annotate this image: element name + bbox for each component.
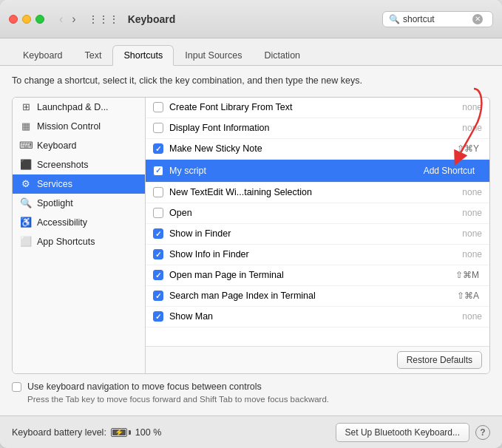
maximize-button[interactable] xyxy=(35,15,44,24)
nav-checkbox-row: Use keyboard navigation to move focus be… xyxy=(12,381,490,392)
shortcut-row-show-finder[interactable]: Show in Finder none xyxy=(146,224,489,245)
add-shortcut-button[interactable]: Add Shortcut xyxy=(416,163,482,178)
tabs-container: Keyboard Text Shortcuts Input Sources Di… xyxy=(0,38,502,66)
right-panel: Create Font Library From Text none Displ… xyxy=(146,98,489,374)
shortcut-row-my-script[interactable]: My script Add Shortcut xyxy=(146,160,489,183)
shortcut-row-textedit[interactable]: New TextEdit Wi...taining Selection none xyxy=(146,183,489,203)
grid-button[interactable]: ⋮⋮⋮ xyxy=(85,10,122,28)
shortcut-key-sticky-note: ⇧⌘Y xyxy=(457,143,479,154)
sidebar-label-launchpad: Launchpad & D... xyxy=(37,102,109,112)
sidebar-item-accessibility[interactable]: ♿ Accessibility xyxy=(13,213,145,232)
tab-shortcuts[interactable]: Shortcuts xyxy=(112,45,174,66)
restore-defaults-row: Restore Defaults xyxy=(146,346,489,373)
sidebar-item-mission[interactable]: ▦ Mission Control xyxy=(13,117,145,136)
nav-buttons: ‹ › xyxy=(56,11,79,27)
sidebar-label-app-shortcuts: App Shortcuts xyxy=(37,237,95,247)
sidebar-label-accessibility: Accessibility xyxy=(37,217,87,228)
shortcut-key-show-info: none xyxy=(462,249,482,259)
shortcut-row-create-font[interactable]: Create Font Library From Text none xyxy=(146,98,489,118)
shortcut-key-search-man: ⇧⌘A xyxy=(457,291,479,301)
tab-text[interactable]: Text xyxy=(74,45,113,66)
checkbox-my-script[interactable] xyxy=(153,166,163,176)
shortcuts-pane: ⊞ Launchpad & D... ▦ Mission Control ⌨ K… xyxy=(12,97,490,375)
sidebar-item-launchpad[interactable]: ⊞ Launchpad & D... xyxy=(13,98,145,117)
checkbox-search-man[interactable] xyxy=(153,291,163,301)
checkbox-display-font[interactable] xyxy=(153,123,163,133)
back-button[interactable]: ‹ xyxy=(56,11,66,27)
mission-icon: ▦ xyxy=(20,121,32,132)
main-content: To change a shortcut, select it, click t… xyxy=(0,66,502,415)
shortcut-name-display-font: Display Font Information xyxy=(169,123,456,133)
checkbox-sticky-note[interactable] xyxy=(153,143,163,154)
nav-checkbox-label: Use keyboard navigation to move focus be… xyxy=(27,381,262,392)
restore-defaults-button[interactable]: Restore Defaults xyxy=(397,351,482,369)
shortcut-row-display-font[interactable]: Display Font Information none xyxy=(146,118,489,139)
search-bar: 🔍 ✕ xyxy=(382,11,493,27)
sidebar-label-spotlight: Spotlight xyxy=(37,198,73,208)
keyboard-icon: ⌨ xyxy=(20,140,32,152)
shortcut-row-sticky-note[interactable]: Make New Sticky Note ⇧⌘Y xyxy=(146,139,489,160)
shortcut-key-create-font: none xyxy=(462,102,482,112)
battery-label: Keyboard battery level: xyxy=(12,427,106,438)
shortcut-row-open[interactable]: Open none xyxy=(146,203,489,224)
shortcut-name-create-font: Create Font Library From Text xyxy=(169,102,456,112)
search-input[interactable] xyxy=(403,14,469,24)
tab-keyboard[interactable]: Keyboard xyxy=(12,45,74,66)
tab-dictation[interactable]: Dictation xyxy=(253,45,311,66)
instruction-text: To change a shortcut, select it, click t… xyxy=(12,75,490,88)
sidebar-label-screenshots: Screenshots xyxy=(37,160,88,170)
app-shortcuts-icon: ⬜ xyxy=(20,236,32,248)
shortcut-row-show-man[interactable]: Show Man none xyxy=(146,307,489,327)
footer: Keyboard battery level: ⚡ 100 % Set Up B… xyxy=(0,415,502,448)
sidebar-item-app-shortcuts[interactable]: ⬜ App Shortcuts xyxy=(13,232,145,251)
shortcut-key-open-man: ⇧⌘M xyxy=(455,270,479,280)
shortcut-name-show-finder: Show in Finder xyxy=(169,228,456,239)
minimize-button[interactable] xyxy=(22,15,31,24)
shortcut-key-open: none xyxy=(462,208,482,218)
sidebar-label-keyboard: Keyboard xyxy=(37,140,77,151)
checkbox-textedit[interactable] xyxy=(153,187,163,197)
sidebar-item-services[interactable]: ⚙ Services xyxy=(13,174,145,194)
checkbox-open[interactable] xyxy=(153,208,163,218)
spotlight-icon: 🔍 xyxy=(20,197,32,209)
shortcut-key-display-font: none xyxy=(462,123,482,133)
checkbox-create-font[interactable] xyxy=(153,102,163,112)
search-clear-button[interactable]: ✕ xyxy=(472,14,483,24)
shortcut-name-open-man: Open man Page in Terminal xyxy=(169,270,450,280)
tab-input-sources[interactable]: Input Sources xyxy=(174,45,253,66)
bluetooth-keyboard-button[interactable]: Set Up Bluetooth Keyboard... xyxy=(336,423,469,442)
shortcut-name-textedit: New TextEdit Wi...taining Selection xyxy=(169,187,456,197)
window-title: Keyboard xyxy=(128,13,176,25)
shortcut-name-open: Open xyxy=(169,208,456,218)
close-button[interactable] xyxy=(9,15,18,24)
screenshots-icon: ⬛ xyxy=(20,159,32,171)
shortcut-key-textedit: none xyxy=(462,187,482,197)
titlebar: ‹ › ⋮⋮⋮ Keyboard 🔍 ✕ xyxy=(0,0,502,38)
shortcut-row-open-man[interactable]: Open man Page in Terminal ⇧⌘M xyxy=(146,265,489,286)
shortcut-name-sticky-note: Make New Sticky Note xyxy=(169,143,451,154)
forward-button[interactable]: › xyxy=(69,11,78,27)
shortcut-list: Create Font Library From Text none Displ… xyxy=(146,98,489,347)
shortcut-name-my-script: My script xyxy=(169,166,410,176)
shortcut-name-show-info: Show Info in Finder xyxy=(169,249,456,259)
shortcut-name-search-man: Search man Page Index in Terminal xyxy=(169,291,451,301)
checkbox-show-info[interactable] xyxy=(153,249,163,259)
shortcut-row-search-man[interactable]: Search man Page Index in Terminal ⇧⌘A xyxy=(146,286,489,307)
launchpad-icon: ⊞ xyxy=(20,101,32,113)
sidebar-item-keyboard[interactable]: ⌨ Keyboard xyxy=(13,136,145,155)
checkbox-show-man[interactable] xyxy=(153,311,163,322)
checkbox-open-man[interactable] xyxy=(153,270,163,280)
traffic-lights xyxy=(9,15,44,24)
nav-sub-text: Press the Tab key to move focus forward … xyxy=(27,395,490,404)
shortcut-row-show-info[interactable]: Show Info in Finder none xyxy=(146,245,489,265)
help-button[interactable]: ? xyxy=(475,425,490,440)
sidebar-item-screenshots[interactable]: ⬛ Screenshots xyxy=(13,155,145,174)
checkbox-show-finder[interactable] xyxy=(153,228,163,239)
shortcut-key-show-finder: none xyxy=(462,228,482,239)
bottom-section: Use keyboard navigation to move focus be… xyxy=(12,374,490,407)
sidebar-item-spotlight[interactable]: 🔍 Spotlight xyxy=(13,194,145,213)
accessibility-icon: ♿ xyxy=(20,217,32,228)
sidebar-label-services: Services xyxy=(37,179,72,189)
nav-checkbox[interactable] xyxy=(12,382,21,392)
search-icon: 🔍 xyxy=(389,14,400,24)
